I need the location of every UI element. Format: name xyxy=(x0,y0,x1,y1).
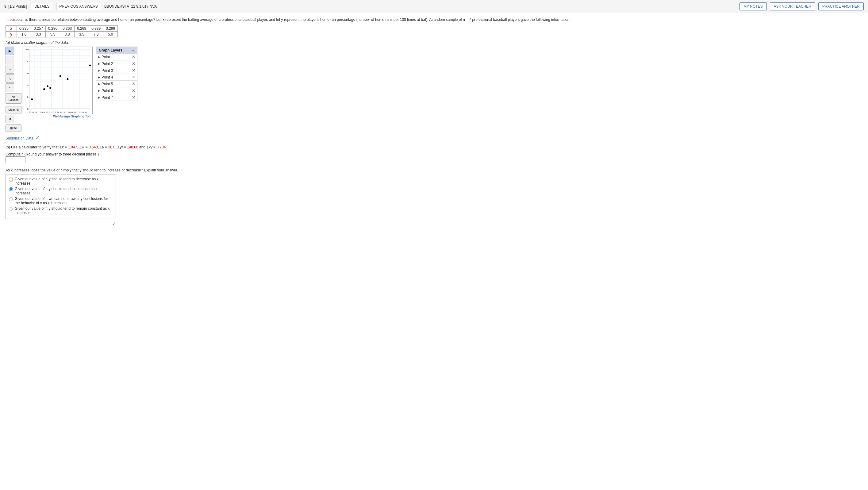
layer-label-1: Point 1 xyxy=(101,55,113,59)
radio-group: Given our value of r, y should tend to d… xyxy=(5,174,116,219)
y-value-1: 1.6 xyxy=(17,32,31,37)
radio-2[interactable] xyxy=(9,187,13,191)
layers-list: ▶ Point 1 ✕ ▶ Point 2 ✕ ▶ Point 3 ✕ ▶ Po… xyxy=(96,54,137,101)
layer-item-left-6[interactable]: ▶ Point 6 xyxy=(98,89,113,93)
layer-arrow-6: ▶ xyxy=(98,89,100,92)
layer-label-2: Point 2 xyxy=(101,62,113,66)
layer-close-6[interactable]: ✕ xyxy=(132,88,135,93)
layer-item-5: ▶ Point 5 ✕ xyxy=(96,80,137,87)
data-table: x0.2350.2570.2860.2630.2680.3390.299y1.6… xyxy=(5,26,118,37)
radio-item-2: Given our value of r, y should tend to i… xyxy=(9,187,113,195)
layer-item-1: ▶ Point 1 ✕ xyxy=(96,54,137,60)
x-value-3: 0.286 xyxy=(46,26,60,32)
graph-layers-close-button[interactable]: « xyxy=(132,48,135,53)
previous-answers-button[interactable]: PREVIOUS ANSWERS xyxy=(56,3,101,10)
layer-item-left-1[interactable]: ▶ Point 1 xyxy=(98,55,113,59)
check-icon-b: ✓ xyxy=(112,221,116,227)
practice-another-button[interactable]: PRACTICE ANOTHER xyxy=(818,2,864,10)
radio-label-4[interactable]: Given our value of r, y should tend to r… xyxy=(15,206,113,215)
submission-data-link[interactable]: Submission Data xyxy=(5,136,33,140)
compute-r-label: Compute r. (Round your answer to three d… xyxy=(5,152,863,156)
submission-data: Submission Data ✓ xyxy=(5,135,863,141)
layer-close-2[interactable]: ✕ xyxy=(132,61,135,66)
layer-label-7: Point 7 xyxy=(101,95,113,100)
details-button[interactable]: DETAILS xyxy=(31,3,53,10)
my-notes-button[interactable]: MY NOTES xyxy=(740,2,767,10)
layer-close-5[interactable]: ✕ xyxy=(132,81,135,86)
no-solution-tool[interactable]: NoSolution xyxy=(5,93,22,104)
radio-label-2[interactable]: Given our value of r, y should tend to i… xyxy=(15,187,113,195)
layer-close-7[interactable]: ✕ xyxy=(132,95,135,100)
graph-layers-panel: Graph Layers « ▶ Point 1 ✕ ▶ Point 2 ✕ ▶… xyxy=(96,46,137,101)
graph-plot[interactable] xyxy=(22,46,93,114)
ask-teacher-button[interactable]: ASK YOUR TEACHER xyxy=(770,2,815,10)
problem-text: In baseball, is there a linear correlati… xyxy=(5,17,863,22)
y-value-5: 3.5 xyxy=(74,32,89,37)
layer-arrow-7: ▶ xyxy=(98,96,100,99)
webassign-label: WebAssign Graphing Tool xyxy=(22,114,93,119)
undo-tool[interactable]: ↺ xyxy=(5,115,14,123)
check-icon-a: ✓ xyxy=(36,135,39,140)
layer-item-7: ▶ Point 7 ✕ xyxy=(96,94,137,101)
graph-container: ▶ ⎯ ○ ∿ • NoSolution Clear All ↺ ▦ Fill … xyxy=(5,46,863,132)
layer-item-left-5[interactable]: ▶ Point 5 xyxy=(98,82,113,86)
increase-decrease-label: As x increases, does the value of r impl… xyxy=(5,168,863,172)
layer-close-3[interactable]: ✕ xyxy=(132,68,135,73)
x-value-5: 0.268 xyxy=(74,26,89,32)
layer-close-1[interactable]: ✕ xyxy=(132,55,135,59)
layer-item-left-7[interactable]: ▶ Point 7 xyxy=(98,95,113,100)
points-label: 9. [1/2 Points] xyxy=(4,4,27,8)
layer-item-left-2[interactable]: ▶ Point 2 xyxy=(98,62,113,66)
layer-item-6: ▶ Point 6 ✕ xyxy=(96,87,137,94)
radio-1[interactable] xyxy=(9,177,13,182)
clear-all-tool[interactable]: Clear All xyxy=(5,106,22,113)
y-value-3: 5.5 xyxy=(46,32,60,37)
layer-arrow-2: ▶ xyxy=(98,62,100,65)
radio-options-container: Given our value of r, y should tend to d… xyxy=(9,177,113,215)
compute-r: Compute r. (Round your answer to three d… xyxy=(5,152,863,166)
layer-item-2: ▶ Point 2 ✕ xyxy=(96,60,137,67)
layer-arrow-5: ▶ xyxy=(98,83,100,86)
layer-item-4: ▶ Point 4 ✕ xyxy=(96,74,137,80)
graph-tools: ▶ ⎯ ○ ∿ • NoSolution Clear All ↺ ▦ Fill xyxy=(5,46,22,132)
main-content: In baseball, is there a linear correlati… xyxy=(0,13,868,230)
circle-tool[interactable]: ○ xyxy=(5,65,14,74)
layer-arrow-4: ▶ xyxy=(98,76,100,79)
x-value-2: 0.257 xyxy=(31,26,46,32)
layer-item-left-3[interactable]: ▶ Point 3 xyxy=(98,68,113,73)
layer-label-5: Point 5 xyxy=(101,82,113,86)
check-container: ✓ xyxy=(5,221,116,227)
layer-label-6: Point 6 xyxy=(101,89,113,93)
x-value-6: 0.339 xyxy=(89,26,103,32)
radio-3[interactable] xyxy=(9,197,13,201)
x-value-4: 0.263 xyxy=(60,26,74,32)
curve-tool[interactable]: ∿ xyxy=(5,74,14,83)
point-tool[interactable]: • xyxy=(5,84,14,92)
graph-layers-header: Graph Layers « xyxy=(96,47,137,54)
radio-label-1[interactable]: Given our value of r, y should tend to d… xyxy=(15,177,113,186)
layer-label-4: Point 4 xyxy=(101,75,113,79)
part-b-text: (b) Use a calculator to verify that Σx =… xyxy=(5,145,167,149)
y-value-2: 3.3 xyxy=(31,32,46,37)
y-value-4: 3.8 xyxy=(60,32,74,37)
select-tool[interactable]: ▶ xyxy=(5,46,14,55)
fill-tool[interactable]: ▦ Fill xyxy=(5,125,22,132)
layer-label-3: Point 3 xyxy=(101,68,113,73)
layer-arrow-3: ▶ xyxy=(98,69,100,72)
y-value-7: 5.0 xyxy=(103,32,118,37)
line-tool[interactable]: ⎯ xyxy=(5,56,14,64)
radio-label-3[interactable]: Given our value of r, we can not draw an… xyxy=(15,197,113,205)
layer-item-3: ▶ Point 3 ✕ xyxy=(96,67,137,74)
radio-item-3: Given our value of r, we can not draw an… xyxy=(9,197,113,205)
x-value-1: 0.235 xyxy=(17,26,31,32)
x-value-7: 0.299 xyxy=(103,26,118,32)
radio-item-4: Given our value of r, y should tend to r… xyxy=(9,206,113,215)
radio-4[interactable] xyxy=(9,207,13,211)
r-input[interactable] xyxy=(5,156,26,163)
graph-layers-title: Graph Layers xyxy=(99,48,122,53)
y-row-label: y xyxy=(6,32,17,37)
x-row-label: x xyxy=(6,26,17,32)
layer-close-4[interactable]: ✕ xyxy=(132,75,135,79)
layer-item-left-4[interactable]: ▶ Point 4 xyxy=(98,75,113,79)
graph-main: WebAssign Graphing Tool xyxy=(22,46,93,119)
